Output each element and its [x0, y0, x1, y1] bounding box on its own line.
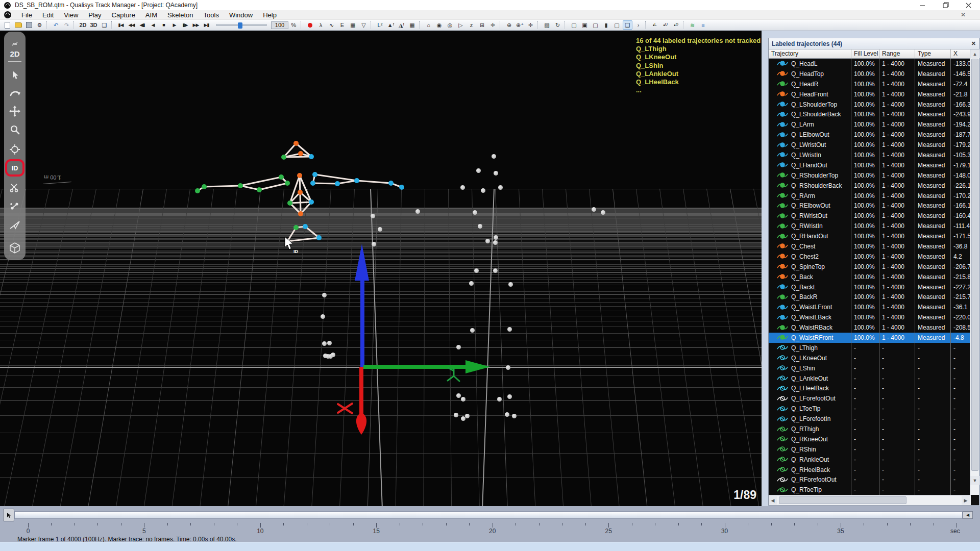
- viewport-3d[interactable]: 1.00 m 16 of 44 labeled trajectories not…: [0, 31, 762, 506]
- timeline-track[interactable]: [14, 511, 963, 519]
- crosshair-2-icon[interactable]: ⊕⁺: [515, 20, 525, 30]
- marker-green[interactable]: [257, 187, 262, 192]
- marker-green[interactable]: [293, 225, 299, 230]
- speed-slider[interactable]: [216, 24, 267, 26]
- trajectory-row[interactable]: Q_HeadL100.0%1 - 4000Measured-133.0: [769, 59, 971, 69]
- trajectory-row[interactable]: Q_HeadR100.0%1 - 4000Measured-72.4: [769, 79, 971, 89]
- trajectory-row[interactable]: Q_RShoulderBack100.0%1 - 4000Measured-22…: [769, 181, 971, 191]
- video-icon[interactable]: ▨: [542, 20, 552, 30]
- more-icon[interactable]: ›: [633, 20, 643, 30]
- menu-play[interactable]: Play: [83, 11, 106, 19]
- join-tool[interactable]: [4, 198, 26, 214]
- table-header[interactable]: TrajectoryFill LevelRangeTypeX: [769, 49, 971, 59]
- events-icon[interactable]: E: [337, 20, 347, 30]
- trajectory-row[interactable]: Q_RKneeOut----: [769, 434, 971, 444]
- panel-close-icon[interactable]: ✕: [971, 40, 976, 47]
- jump-to-start-button[interactable]: ▮◀: [116, 20, 126, 30]
- jump-to-end-button[interactable]: ▶▮: [202, 20, 211, 30]
- view-3d-button[interactable]: 3D: [89, 20, 99, 30]
- trajectory-row[interactable]: Q_RElbowOut100.0%1 - 4000Measured-166.1: [769, 201, 971, 211]
- play-reverse-button[interactable]: ◀: [148, 20, 158, 30]
- scroll-down-icon[interactable]: ▼: [970, 476, 979, 485]
- trajectory-row[interactable]: Q_HeadTop100.0%1 - 4000Measured-146.5: [769, 69, 971, 79]
- window-icon[interactable]: ❑: [100, 20, 109, 30]
- traces-blue-icon[interactable]: ≡: [698, 20, 708, 30]
- column-header-trajectory[interactable]: Trajectory: [769, 49, 851, 58]
- trajectory-row[interactable]: Q_LAnkleOut----: [769, 373, 971, 384]
- redo-icon[interactable]: ↷: [62, 20, 71, 30]
- trajectory-row[interactable]: Q_LShin----: [769, 363, 971, 373]
- ball-icon[interactable]: ◉: [434, 20, 444, 30]
- axes-icon[interactable]: ✛: [488, 20, 498, 30]
- marker-green[interactable]: [287, 201, 292, 206]
- view-2d-button[interactable]: 2D: [78, 20, 88, 30]
- marker-green[interactable]: [195, 188, 200, 193]
- marker-cyan[interactable]: [354, 178, 359, 183]
- trajectory-row[interactable]: Q_LArm100.0%1 - 4000Measured-194.2: [769, 119, 971, 130]
- trajectory-row[interactable]: Q_LShoulderTop100.0%1 - 4000Measured-166…: [769, 99, 971, 110]
- minimize-button[interactable]: [911, 0, 934, 10]
- scroll-left-icon[interactable]: ◀: [769, 496, 777, 505]
- trajectory-row[interactable]: Q_RHeelBack----: [769, 465, 971, 475]
- trajectory-row[interactable]: Q_Back100.0%1 - 4000Measured-215.8: [769, 272, 971, 282]
- trajectory-row[interactable]: Q_RShin----: [769, 444, 971, 455]
- column-header-x[interactable]: X: [951, 49, 971, 58]
- settings-gear-icon[interactable]: ⚙: [35, 20, 44, 30]
- menu-window[interactable]: Window: [224, 11, 258, 19]
- layout-3-icon[interactable]: ▢: [591, 20, 600, 30]
- trajectory-row[interactable]: Q_LThigh----: [769, 343, 971, 353]
- refresh-icon[interactable]: ↻: [553, 20, 562, 30]
- trajectory-row[interactable]: Q_LToeTip----: [769, 404, 971, 414]
- trajectory-row[interactable]: Q_BackR100.0%1 - 4000Measured-215.7: [769, 292, 971, 302]
- trajectory-row[interactable]: Q_WaistRFront100.0%1 - 4000Measured-4.8: [769, 333, 971, 343]
- marker-orange[interactable]: [298, 211, 303, 216]
- calibration-icon[interactable]: λ: [316, 20, 326, 30]
- trajectory-row[interactable]: Q_RToeTip----: [769, 485, 971, 495]
- label-up-icon[interactable]: •ᵁ: [660, 20, 670, 30]
- marker-cyan[interactable]: [309, 154, 314, 159]
- trajectory-row[interactable]: Q_WaistRBack100.0%1 - 4000Measured-208.5: [769, 322, 971, 333]
- table-icon[interactable]: ▦: [348, 20, 358, 30]
- qtm-menu-icon[interactable]: [4, 11, 11, 18]
- layout-4-icon[interactable]: ▮: [601, 20, 611, 30]
- trajectory-row[interactable]: Q_WaistLFront100.0%1 - 4000Measured-36.1: [769, 302, 971, 312]
- center-tool[interactable]: [4, 142, 26, 157]
- trajectory-row[interactable]: Q_BackL100.0%1 - 4000Measured-227.2: [769, 282, 971, 292]
- label-down-icon[interactable]: •ᴰ: [671, 20, 681, 30]
- trajectory-row[interactable]: Q_RWristOut100.0%1 - 4000Measured-160.4: [769, 211, 971, 221]
- trajectory-row[interactable]: Q_RWristIn100.0%1 - 4000Measured-111.4: [769, 221, 971, 231]
- scroll-up-icon[interactable]: ▲: [970, 49, 979, 58]
- trajectory-row[interactable]: Q_LShoulderBack100.0%1 - 4000Measured-24…: [769, 109, 971, 119]
- menu-capture[interactable]: Capture: [107, 11, 140, 19]
- new-file-icon[interactable]: [3, 20, 12, 30]
- horizontal-scrollbar[interactable]: ◀ ▶: [769, 495, 971, 505]
- globe-icon[interactable]: ◎: [445, 20, 455, 30]
- marker-cyan[interactable]: [335, 181, 340, 186]
- marker-orange[interactable]: [293, 141, 299, 146]
- column-header-fill-level[interactable]: Fill Level: [851, 49, 879, 58]
- menu-file[interactable]: File: [16, 11, 37, 19]
- menu-edit[interactable]: Edit: [37, 11, 59, 19]
- layout-active-icon[interactable]: ❑: [623, 20, 632, 30]
- save-icon[interactable]: [24, 20, 34, 30]
- layout-2-icon[interactable]: ▣: [580, 20, 590, 30]
- trajectory-row[interactable]: Q_RAnkleOut----: [769, 455, 971, 465]
- marker-green[interactable]: [279, 174, 284, 180]
- marker-cyan[interactable]: [309, 199, 314, 205]
- menu-view[interactable]: View: [59, 11, 83, 19]
- pan-tool[interactable]: [4, 104, 26, 119]
- trajectory-row[interactable]: Q_LHandOut100.0%1 - 4000Measured-179.1: [769, 160, 971, 170]
- trajectory-row[interactable]: Q_SpineTop100.0%1 - 4000Measured-206.7: [769, 262, 971, 272]
- playhead-handle[interactable]: [3, 509, 14, 521]
- trajectory-row[interactable]: Q_HeadFront100.0%1 - 4000Measured-21.8: [769, 89, 971, 99]
- layout-5-icon[interactable]: ▢: [612, 20, 622, 30]
- trajectory-row[interactable]: Q_LWristOut100.0%1 - 4000Measured-179.2: [769, 140, 971, 150]
- menu-tools[interactable]: Tools: [199, 11, 224, 19]
- menu-help[interactable]: Help: [258, 11, 282, 19]
- speed-slider-thumb[interactable]: [238, 22, 242, 29]
- marker-cyan[interactable]: [388, 181, 394, 186]
- label-tool[interactable]: [4, 217, 26, 233]
- view-2d-button[interactable]: 2D: [4, 46, 26, 61]
- trajectory-row[interactable]: Q_RArm100.0%1 - 4000Measured-170.2: [769, 191, 971, 201]
- trajectory-row[interactable]: Q_LWristIn100.0%1 - 4000Measured-105.3: [769, 150, 971, 160]
